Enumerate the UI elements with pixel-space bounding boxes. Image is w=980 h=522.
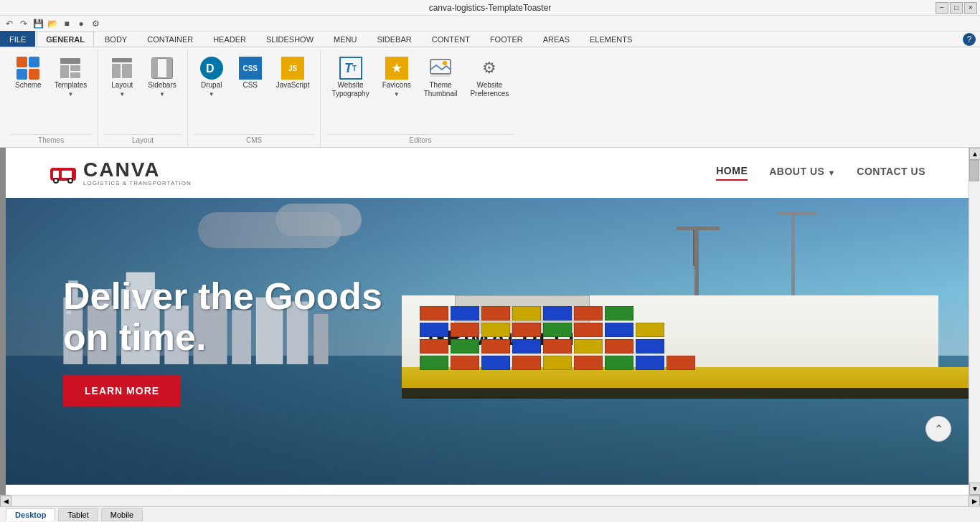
css-button[interactable]: CSS CSS <box>232 53 268 93</box>
svg-rect-8 <box>152 58 158 78</box>
minimize-button[interactable]: − <box>936 2 948 14</box>
tab-container[interactable]: CONTAINER <box>138 31 202 47</box>
templates-icon <box>59 57 82 80</box>
editors-items: TT Website Typography ★ Favicons ▼ <box>326 50 514 134</box>
logo-name: CANVA <box>83 160 192 180</box>
nav-home[interactable]: HOME <box>716 165 748 181</box>
undo-icon[interactable]: ↶ <box>3 17 16 30</box>
save-icon[interactable]: 💾 <box>32 17 44 30</box>
layout-icon <box>110 57 133 80</box>
tab-file[interactable]: FILE <box>0 31 35 47</box>
sidebars-arrow: ▼ <box>159 91 165 98</box>
tab-footer[interactable]: FOOTER <box>481 31 532 47</box>
website-preferences-button[interactable]: ⚙ Website Preferences <box>465 53 514 102</box>
redo-icon[interactable]: ↷ <box>17 17 30 30</box>
close-button[interactable]: × <box>964 2 977 14</box>
svg-text:D: D <box>206 62 215 75</box>
svg-rect-16 <box>53 171 59 178</box>
layout-items: Layout ▼ Sidebars ▼ <box>104 50 181 134</box>
tab-sidebar[interactable]: SIDEBAR <box>367 31 420 47</box>
hscroll-track[interactable] <box>11 496 969 506</box>
logo-icon <box>49 162 77 184</box>
tab-content[interactable]: CONTENT <box>423 31 479 47</box>
svg-point-20 <box>55 179 57 182</box>
typography-icon: TT <box>339 57 362 80</box>
scroll-thumb[interactable] <box>969 160 979 181</box>
tab-body[interactable]: BODY <box>95 31 136 47</box>
layout-arrow: ▼ <box>119 91 125 98</box>
cms-items: D Drupal ▼ CSS CSS JS JavaScript <box>194 50 315 134</box>
favicons-button[interactable]: ★ Favicons ▼ <box>377 53 416 101</box>
scroll-up-button[interactable]: ▲ <box>969 148 980 160</box>
sidebars-label: Sidebars <box>148 81 176 90</box>
nav-contact[interactable]: CONTACT US <box>857 166 925 180</box>
pin2-icon[interactable]: ● <box>75 17 88 30</box>
scroll-top-button[interactable]: ⌃ <box>925 416 951 442</box>
drupal-icon: D <box>200 57 223 80</box>
window-title: canva-logistics-TemplateToaster <box>429 3 552 13</box>
tab-general[interactable]: GENERAL <box>37 31 94 47</box>
bottom-scrollbar: ◀ ▶ <box>0 495 980 506</box>
containers-stack <box>420 306 949 370</box>
nav-about-wrapper[interactable]: ABOUT US ▼ <box>769 166 835 180</box>
layout-label: Layout <box>111 81 133 90</box>
layout-button[interactable]: Layout ▼ <box>104 53 140 101</box>
tab-menu[interactable]: MENU <box>324 31 366 47</box>
layout-section-label: Layout <box>104 134 181 147</box>
settings-icon[interactable]: ⚙ <box>89 17 102 30</box>
scheme-button[interactable]: Scheme <box>10 53 47 93</box>
svg-rect-0 <box>60 58 80 64</box>
scroll-left-button[interactable]: ◀ <box>0 495 11 507</box>
tab-areas[interactable]: AREAS <box>534 31 579 47</box>
drupal-button[interactable]: D Drupal ▼ <box>194 53 230 101</box>
hero-content: Deliver the Goods on time. LEARN MORE <box>63 276 382 407</box>
tab-slideshow[interactable]: SLIDESHOW <box>257 31 323 47</box>
site-nav: HOME ABOUT US ▼ CONTACT US <box>716 165 925 181</box>
svg-rect-14 <box>430 75 451 77</box>
desktop-tab[interactable]: Desktop <box>6 508 55 521</box>
logo-text: CANVA LOGISTICS & TRANSPORTATION <box>83 160 192 186</box>
theme-thumbnail-icon <box>429 57 452 80</box>
themes-section: Scheme Templates ▼ Themes <box>4 50 98 147</box>
theme-thumbnail-button[interactable]: Theme Thumbnail <box>419 53 463 102</box>
theme-thumbnail-label: Theme Thumbnail <box>424 81 458 98</box>
themes-items: Scheme Templates ▼ <box>10 50 92 134</box>
hero-title: Deliver the Goods on time. <box>63 276 382 358</box>
javascript-button[interactable]: JS JavaScript <box>271 53 315 93</box>
sidebars-icon <box>151 57 174 80</box>
drupal-label: Drupal <box>201 81 222 90</box>
view-tabs-bar: Desktop Tablet Mobile <box>0 506 980 522</box>
templates-label: Templates <box>55 81 88 90</box>
learn-more-button[interactable]: LEARN MORE <box>63 375 181 407</box>
drupal-arrow: ▼ <box>209 91 215 98</box>
help-button[interactable]: ? <box>963 33 976 46</box>
toolbar-ribbon: Scheme Templates ▼ Themes <box>0 47 980 148</box>
favicons-arrow: ▼ <box>394 91 400 98</box>
svg-rect-6 <box>122 64 132 78</box>
cms-section-label: CMS <box>194 134 315 147</box>
layout-section: Layout ▼ Sidebars ▼ Layout <box>98 50 187 147</box>
window-controls: − □ × <box>936 2 977 14</box>
nav-about: ABOUT US <box>769 166 824 180</box>
mobile-tab[interactable]: Mobile <box>101 508 143 521</box>
scroll-down-button[interactable]: ▼ <box>969 483 980 495</box>
tab-elements[interactable]: ELEMENTS <box>580 31 641 47</box>
cms-section: D Drupal ▼ CSS CSS JS JavaScript CM <box>188 50 321 147</box>
sidebars-button[interactable]: Sidebars ▼ <box>143 53 181 101</box>
site-logo: CANVA LOGISTICS & TRANSPORTATION <box>49 160 192 186</box>
typography-label: Website Typography <box>331 81 369 98</box>
quick-access-bar: ↶ ↷ 💾 📂 ■ ● ⚙ <box>0 16 980 32</box>
maximize-button[interactable]: □ <box>950 2 963 14</box>
website-typography-button[interactable]: TT Website Typography <box>326 53 374 102</box>
svg-rect-4 <box>112 58 132 62</box>
scroll-right-button[interactable]: ▶ <box>969 495 980 507</box>
title-bar: canva-logistics-TemplateToaster − □ × <box>0 0 980 16</box>
right-scrollbar: ▲ ▼ <box>969 148 980 495</box>
pin1-icon[interactable]: ■ <box>60 17 73 30</box>
tablet-tab[interactable]: Tablet <box>58 508 98 521</box>
svg-rect-9 <box>166 58 172 78</box>
templates-button[interactable]: Templates ▼ <box>50 53 93 101</box>
scroll-track[interactable] <box>969 160 980 483</box>
tab-header[interactable]: HEADER <box>204 31 255 47</box>
open-icon[interactable]: 📂 <box>46 17 59 30</box>
